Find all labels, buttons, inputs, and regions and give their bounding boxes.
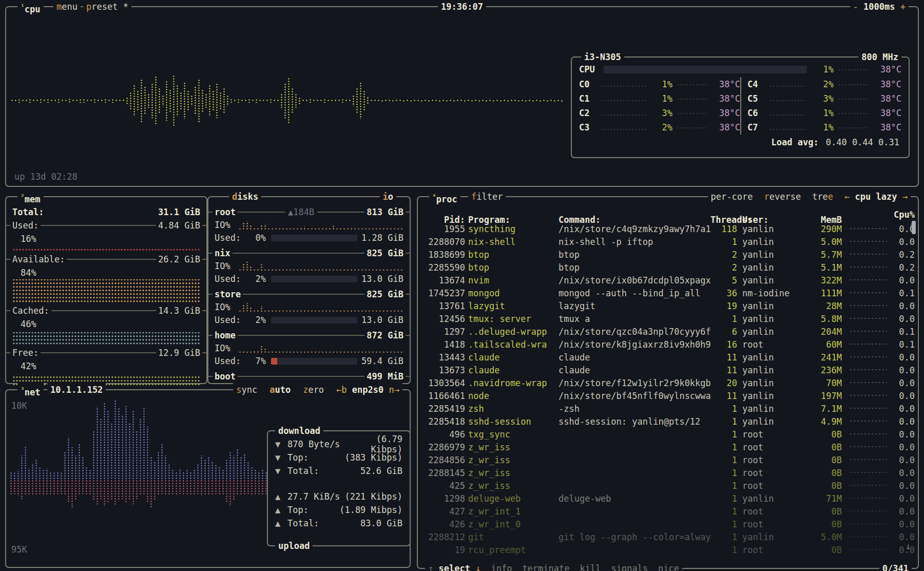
process-mem: 0B <box>807 468 842 478</box>
signals-button[interactable]: signals <box>611 562 648 571</box>
proc-footer: ↑ select ↓ info terminate kill signals n… <box>425 562 682 571</box>
process-row[interactable]: 1745237mongodmongod --auth --bind_ip_all… <box>423 287 913 299</box>
core-name: C4 <box>747 79 765 89</box>
net-sync-button[interactable]: sync <box>236 383 257 396</box>
sort-next-button[interactable]: → <box>902 192 908 202</box>
nice-button[interactable]: nice <box>658 562 679 571</box>
net-prev-interface-button[interactable]: ←b <box>336 385 346 395</box>
process-row[interactable]: 13673claudeclaude11yanlin236M0.0 <box>423 364 913 376</box>
process-row[interactable]: 1955syncthing/nix/store/c4q9zmkzy9awy7h7… <box>423 222 913 235</box>
process-row[interactable]: 2285590btopbtop2yanlin5.1M0.2 <box>423 261 913 274</box>
preset-button[interactable]: preset * <box>83 0 131 13</box>
process-row[interactable]: 13674nvim/nix/store/ix0b67dcdpl05xpagx5x… <box>423 274 913 287</box>
process-command: claude <box>559 352 710 363</box>
process-cpu-percent: 0.0 <box>887 275 915 286</box>
core-temp: 38°C <box>710 122 740 132</box>
process-row[interactable]: 1298deluge-webdeluge-web1yanlin71M0.0 <box>423 492 913 505</box>
disk-used-value: 59.4 GiB <box>357 356 403 366</box>
process-row[interactable]: 427z_wr_int_11root0B0.0 <box>423 505 913 518</box>
process-row[interactable]: 19rcu_preempt1root0B0.0 <box>423 543 913 556</box>
process-cpu-sparkline <box>849 317 887 321</box>
upload-stat-row: ▲27.7 KiB/s(221 Kibps) <box>275 490 402 503</box>
process-command: lazygit <box>559 301 710 311</box>
core-usage-sparkline <box>769 112 807 117</box>
process-row[interactable]: 2288212gitgit log --graph --color=always… <box>423 530 913 543</box>
mem-meter-available: Available:26.2 GiB <box>12 253 200 266</box>
process-row[interactable]: 496txg_sync1root0B0.0 <box>423 428 913 441</box>
kill-button[interactable]: kill <box>580 562 601 571</box>
process-row[interactable]: 2284856z_wr_iss1root0B0.0 <box>423 453 913 466</box>
process-row[interactable]: 1297..deluged-wrapp/nix/store/qzc04a3npl… <box>423 325 913 338</box>
cpu-cores-panel: i3-N305 800 MHz CPU 1% 38°C C01%38°CC11%… <box>571 56 910 158</box>
core-meter-dots <box>838 111 868 115</box>
process-threads: 5 <box>710 275 737 286</box>
net-next-interface-button[interactable]: n→ <box>389 385 399 395</box>
select-control[interactable]: ↑ select ↓ <box>428 562 480 571</box>
terminate-button[interactable]: terminate <box>522 562 569 571</box>
info-button[interactable]: info <box>491 562 512 571</box>
process-row[interactable]: 13443claudeclaude11yanlin241M0.0 <box>423 351 913 364</box>
process-row[interactable]: 2286979z_wr_iss1root0B0.0 <box>423 441 913 453</box>
select-up-icon[interactable]: ↑ <box>428 563 433 571</box>
process-threads: 19 <box>710 301 737 311</box>
process-program: z_wr_int_1 <box>468 506 559 517</box>
mem-meter-percent: 16% <box>12 232 200 245</box>
core-meter-dots <box>677 125 706 129</box>
process-row[interactable]: 2288145z_wr_iss1root0B0.0 <box>423 466 913 479</box>
proc-scrollbar-thumb[interactable] <box>912 221 916 234</box>
net-box-number: ³ <box>21 386 25 393</box>
net-zero-button[interactable]: zero <box>303 383 324 396</box>
process-row[interactable]: 426z_wr_int_01root0B0.0 <box>423 518 913 530</box>
process-row[interactable]: 1418.tailscaled-wra/nix/store/k8jgiaxrz8… <box>423 338 913 351</box>
process-threads: 11 <box>710 391 737 401</box>
process-row[interactable]: 2285418sshd-sessionsshd-session: yanlin@… <box>423 415 913 428</box>
process-user: root <box>742 519 807 529</box>
process-row[interactable]: 1838699btopbtop2yanlin5.7M0.2 <box>423 248 913 261</box>
mem-box-number: ² <box>21 193 25 200</box>
mem-box-title[interactable]: ²mem <box>17 190 44 206</box>
disks-io-toggle[interactable]: io <box>380 190 397 203</box>
process-row[interactable]: 13761lazygitlazygit19yanlin28M0.0 <box>423 299 913 312</box>
interval-decrease-button[interactable]: - <box>853 2 858 12</box>
scroll-down-icon[interactable]: ↓ <box>906 541 911 551</box>
process-user: root <box>742 455 807 465</box>
process-program: .navidrome-wrap <box>468 378 559 388</box>
process-pid: 2288212 <box>423 532 465 542</box>
reverse-toggle[interactable]: reverse <box>764 190 801 203</box>
core-percent: 1% <box>811 108 834 118</box>
process-row[interactable]: 1303564.navidrome-wrap/nix/store/f12w1yi… <box>423 376 913 389</box>
cpu-box-title[interactable]: ¹cpu <box>17 0 44 16</box>
tree-toggle[interactable]: tree <box>812 190 833 203</box>
upload-title: upload <box>275 539 313 553</box>
process-mem: 0B <box>807 442 842 452</box>
mem-meter-label: Used: <box>10 220 41 231</box>
process-row[interactable]: 1166461node/nix/store/bf45nflf0wylnscwwa… <box>423 389 913 402</box>
process-threads: 11 <box>710 365 737 375</box>
cpu-model-label: i3-N305 <box>581 50 624 64</box>
sort-prev-button[interactable]: ← <box>844 192 850 202</box>
disk-size: 499 MiB <box>364 371 406 382</box>
interval-increase-button[interactable]: + <box>900 2 906 12</box>
menu-button[interactable]: menu <box>53 0 81 13</box>
process-row[interactable]: 2285419zsh-zsh1yanlin7.1M0.0 <box>423 402 913 415</box>
process-pid: 1418 <box>423 339 465 350</box>
select-down-icon[interactable]: ↓ <box>475 563 480 571</box>
core-usage-sparkline <box>601 98 646 102</box>
disk-entry-store: store825 GiBIO%Used:2%13.0 GiB <box>215 288 403 327</box>
net-auto-button[interactable]: auto <box>270 383 291 396</box>
process-program: z_wr_int_0 <box>468 519 559 529</box>
process-mem: 236M <box>807 365 842 375</box>
disks-box-title[interactable]: disks <box>229 190 261 203</box>
process-mem: 7.1M <box>807 404 842 414</box>
disk-used-bar <box>271 276 357 282</box>
process-program: claude <box>468 352 559 363</box>
cpu-box-label: cpu <box>25 4 41 14</box>
proc-box-title[interactable]: ⁴proc <box>429 190 460 206</box>
clock: 19:36:07 <box>438 0 486 13</box>
proc-filter-button[interactable]: filter <box>468 190 506 203</box>
process-row[interactable]: 425z_wr_iss1root0B0.0 <box>423 479 913 492</box>
process-row[interactable]: 12456tmux: servertmux a1yanlin5.8M0.0 <box>423 312 913 325</box>
net-box-title[interactable]: ³net <box>17 383 44 399</box>
process-row[interactable]: 2288070nix-shellnix-shell -p iftop1yanli… <box>423 235 913 248</box>
per-core-toggle[interactable]: per-core <box>711 190 753 203</box>
